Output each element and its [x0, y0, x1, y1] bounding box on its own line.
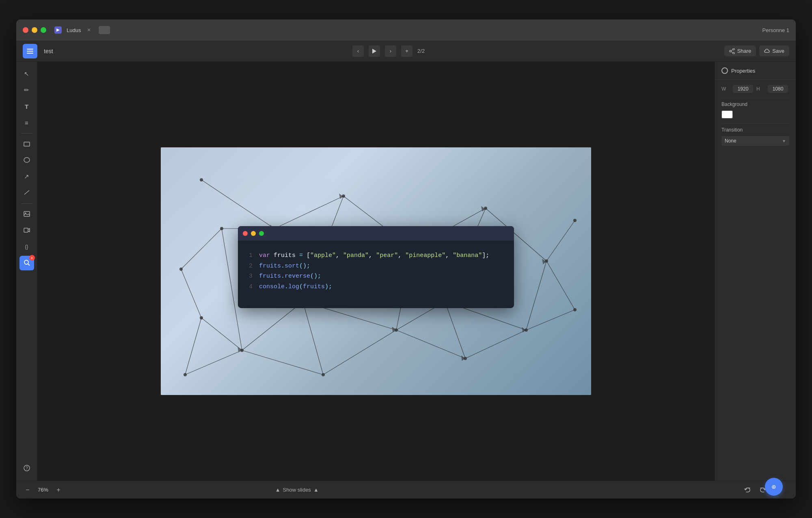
panel-title: Properties — [731, 68, 755, 74]
traffic-light-red[interactable] — [23, 27, 28, 33]
sidebar-separator-1 — [21, 133, 32, 134]
svg-point-7 — [24, 158, 30, 162]
toolbar-center: ‹ › + 2/2 — [352, 45, 425, 57]
background-color-swatch[interactable] — [721, 110, 733, 119]
line-number-1: 1 — [248, 250, 253, 261]
line-number-4: 4 — [248, 281, 253, 292]
share-button[interactable]: Share — [724, 45, 756, 56]
chevron-up-right-icon: ▲ — [313, 487, 319, 493]
app-icon — [54, 26, 62, 34]
sidebar-tool-line[interactable] — [19, 186, 34, 200]
code-content-2: fruits.sort(); — [259, 261, 310, 271]
code-content-1: var fruits = ["apple", "panda", "pear", … — [259, 250, 489, 261]
svg-point-1 — [733, 48, 734, 50]
svg-marker-0 — [372, 49, 376, 54]
transition-section: Transition None ▼ — [721, 127, 789, 146]
fab-button[interactable]: ⊕ — [765, 478, 783, 496]
ellipse-icon — [24, 157, 30, 164]
sidebar-tool-ellipse[interactable] — [19, 153, 34, 168]
line-number-2: 2 — [248, 261, 253, 271]
dimensions-row: W 1920 H 1080 — [721, 85, 789, 93]
title-bar: Ludus ✕ Personne 1 — [16, 19, 796, 41]
show-slides-button[interactable]: ▲ Show slides ▲ — [275, 487, 319, 493]
sidebar-tool-arrow[interactable]: ↗ — [19, 169, 34, 184]
chevron-up-icon: ▲ — [275, 487, 281, 493]
canvas-area: 1 var fruits = ["apple", "panda", "pear"… — [37, 62, 715, 481]
tab-new[interactable] — [99, 26, 110, 34]
code-window-titlebar — [238, 226, 514, 241]
toolbar-title: test — [44, 48, 53, 54]
sidebar-tool-image[interactable] — [19, 207, 34, 222]
transition-select[interactable]: None ▼ — [721, 136, 789, 146]
zoom-in-button[interactable]: + — [54, 485, 63, 495]
image-icon — [24, 211, 30, 218]
undo-icon — [744, 487, 752, 493]
hamburger-icon — [27, 49, 33, 54]
divider-1 — [721, 98, 789, 98]
add-slide-button[interactable]: + — [401, 45, 412, 57]
tab-close-button[interactable]: ✕ — [86, 27, 92, 33]
svg-rect-6 — [24, 142, 30, 146]
rectangle-icon — [24, 141, 30, 148]
user-label: Personne 1 — [762, 27, 790, 33]
sidebar-tool-text[interactable]: T — [19, 99, 34, 114]
background-label: Background — [721, 101, 789, 107]
list-icon: ≡ — [25, 119, 28, 126]
arrow-icon: ↗ — [24, 173, 29, 180]
sidebar-tool-code[interactable]: {} — [19, 240, 34, 254]
code-braces-icon: {} — [25, 244, 28, 250]
sidebar-tool-rectangle[interactable] — [19, 137, 34, 151]
code-line-4: 4 console.log(fruits); — [248, 281, 504, 292]
save-button[interactable]: Save — [759, 45, 789, 56]
app-layout: test ‹ › + 2/2 Share Save — [16, 41, 796, 499]
panel-header: Properties — [715, 62, 796, 80]
svg-rect-9 — [24, 212, 30, 216]
prev-slide-button[interactable]: ‹ — [352, 45, 364, 57]
sidebar-tool-cursor[interactable]: ↖ — [19, 67, 34, 81]
fab-icon: ⊕ — [770, 483, 778, 491]
height-value[interactable]: 1080 — [768, 85, 788, 93]
svg-point-3 — [730, 50, 731, 52]
sidebar-tool-list[interactable]: ≡ — [19, 115, 34, 130]
traffic-light-green[interactable] — [41, 27, 46, 33]
svg-text:⊕: ⊕ — [771, 483, 776, 490]
slide-canvas[interactable]: 1 var fruits = ["apple", "panda", "pear"… — [161, 147, 591, 395]
cursor-icon: ↖ — [24, 70, 29, 78]
zoom-value: 76% — [36, 487, 50, 493]
undo-button[interactable] — [742, 484, 754, 496]
zoom-out-button[interactable]: − — [23, 485, 32, 495]
tab-title: Ludus — [67, 27, 81, 33]
width-label: W — [721, 86, 730, 92]
toolbar: test ‹ › + 2/2 Share Save — [16, 41, 796, 62]
code-content-4: console.log(fruits); — [259, 281, 332, 292]
left-sidebar: ↖ ✏ T ≡ — [16, 62, 37, 481]
zoom-controls: − 76% + — [23, 485, 63, 495]
undo-redo-controls — [742, 484, 768, 496]
next-slide-button[interactable]: › — [385, 45, 396, 57]
properties-icon — [721, 67, 728, 74]
hamburger-button[interactable] — [23, 44, 37, 58]
background-row — [721, 110, 789, 119]
background-section: Background — [721, 101, 789, 119]
text-icon: T — [25, 103, 28, 110]
video-icon — [24, 227, 30, 234]
sidebar-tool-search[interactable]: 6 — [19, 256, 34, 270]
right-panel: Properties W 1920 H 1080 Background — [715, 62, 796, 481]
pen-icon: ✏ — [24, 86, 29, 94]
svg-rect-11 — [24, 228, 28, 232]
code-line-3: 3 fruits.reverse(); — [248, 271, 504, 282]
code-traffic-light-red — [243, 231, 248, 236]
sidebar-tool-video[interactable] — [19, 223, 34, 238]
sidebar-separator-2 — [21, 203, 32, 204]
code-content-3: fruits.reverse(); — [259, 271, 321, 282]
sidebar-tool-pen[interactable]: ✏ — [19, 83, 34, 97]
cloud-icon — [764, 48, 770, 54]
traffic-lights — [23, 27, 46, 33]
sidebar-tool-help[interactable]: ? — [19, 461, 34, 476]
play-button[interactable] — [369, 45, 380, 57]
traffic-light-yellow[interactable] — [32, 27, 37, 33]
width-value[interactable]: 1920 — [733, 85, 753, 93]
code-traffic-light-green — [259, 231, 264, 236]
svg-point-2 — [733, 52, 734, 54]
help-icon: ? — [24, 465, 30, 473]
